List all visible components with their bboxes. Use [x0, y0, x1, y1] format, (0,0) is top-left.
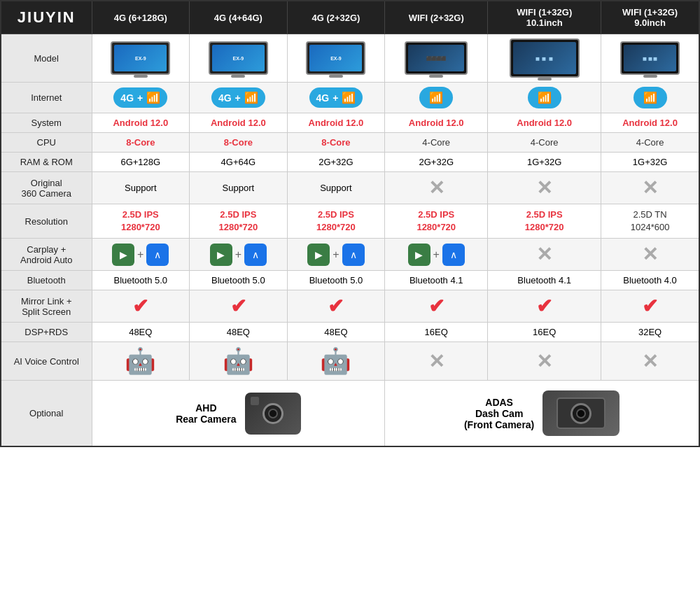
internet-col2: 4G+📶: [190, 83, 288, 113]
camera360-row: Original 360 Camera Support Support Supp…: [1, 172, 699, 204]
mirror-col2: ✔: [190, 290, 288, 323]
model-row: Model EX-9 EX-9 EX-9: [1, 34, 699, 83]
robot-icon-col2: 🤖: [223, 346, 254, 375]
bluetooth-col6: Bluetooth 4.0: [601, 271, 699, 290]
system-row: System Android 12.0 Android 12.0 Android…: [1, 113, 699, 133]
model-screen-col2: EX-9: [209, 41, 268, 75]
system-label: System: [1, 113, 92, 133]
optional-right-content: ADASDash Cam(Front Camera): [392, 388, 692, 439]
comparison-table: JIUYIN 4G (6+128G) 4G (4+64G) 4G (2+32G)…: [0, 0, 700, 447]
dsp-col2: 48EQ: [190, 323, 288, 342]
dsp-col5: 16EQ: [488, 323, 601, 342]
system-col6: Android 12.0: [601, 113, 699, 133]
model-screen-col5: ▦ ▦ ▦: [510, 38, 580, 78]
dsp-col1: 48EQ: [92, 323, 190, 342]
system-col3: Android 12.0: [287, 113, 385, 133]
model-label: Model: [1, 34, 92, 83]
bluetooth-row: Bluetooth Bluetooth 5.0 Bluetooth 5.0 Bl…: [1, 271, 699, 290]
ram-col5: 1G+32G: [488, 153, 601, 172]
internet-badge-col5: 📶: [528, 87, 561, 108]
cpu-col1: 8-Core: [92, 133, 190, 153]
cpu-col2: 8-Core: [190, 133, 288, 153]
internet-col3: 4G+📶: [287, 83, 385, 113]
carplay-col6: ✕: [601, 239, 699, 271]
ai-row: AI Voice Control 🤖 🤖 🤖 ✕ ✕ ✕: [1, 342, 699, 381]
mirror-col1: ✔: [92, 290, 190, 323]
bluetooth-col2: Bluetooth 5.0: [190, 271, 288, 290]
ram-col1: 6G+128G: [92, 153, 190, 172]
resolution-col5: 2.5D IPS1280*720: [488, 204, 601, 239]
adas-dashcam-label: ADASDash Cam(Front Camera): [464, 397, 534, 430]
camera360-col5: ✕: [488, 172, 601, 204]
optional-right: ADASDash Cam(Front Camera): [385, 381, 699, 447]
ai-col3: 🤖: [287, 342, 385, 381]
bluetooth-col1: Bluetooth 5.0: [92, 271, 190, 290]
mirror-col6: ✔: [601, 290, 699, 323]
dsp-label: DSP+RDS: [1, 323, 92, 342]
ai-col1: 🤖: [92, 342, 190, 381]
dsp-col6: 32EQ: [601, 323, 699, 342]
internet-badge-col4: 📶: [419, 87, 453, 108]
brand-logo: JIUYIN: [18, 8, 76, 26]
system-col2: Android 12.0: [190, 113, 288, 133]
resolution-label: Resolution: [1, 204, 92, 239]
ram-col2: 4G+64G: [190, 153, 288, 172]
bluetooth-col5: Bluetooth 4.1: [488, 271, 601, 290]
col3-header: 4G (2+32G): [287, 1, 385, 34]
internet-row: Internet 4G+📶 4G+📶 4G+📶 📶 📶: [1, 83, 699, 113]
system-col5: Android 12.0: [488, 113, 601, 133]
carplay-col3: ▶ + ∧: [287, 239, 385, 271]
cpu-col5: 4-Core: [488, 133, 601, 153]
internet-badge-col3: 4G+📶: [309, 87, 363, 108]
carplay-col4: ▶ + ∧: [385, 239, 488, 271]
mirror-col4: ✔: [385, 290, 488, 323]
ram-col4: 2G+32G: [385, 153, 488, 172]
model-col4: ⬛⬛⬛⬛: [385, 34, 488, 83]
mirror-label: Mirror Link + Split Screen: [1, 290, 92, 323]
ai-col5: ✕: [488, 342, 601, 381]
internet-badge-col1: 4G+📶: [113, 87, 167, 108]
optional-label: Optional: [1, 381, 92, 447]
carplay-row: Carplay + Android Auto ▶ + ∧ ▶ + ∧ ▶ +: [1, 239, 699, 271]
ram-col3: 2G+32G: [287, 153, 385, 172]
resolution-col1: 2.5D IPS1280*720: [92, 204, 190, 239]
carplay-col5: ✕: [488, 239, 601, 271]
model-col6: ▦ ▦ ▦: [601, 34, 699, 83]
dashcam-image: [542, 388, 620, 439]
dsp-col4: 16EQ: [385, 323, 488, 342]
col5-header: WIFI (1+32G) 10.1inch: [488, 1, 601, 34]
col2-header: 4G (4+64G): [190, 1, 288, 34]
model-display-col6: ▦ ▦ ▦: [604, 41, 696, 75]
camera360-col3: Support: [287, 172, 385, 204]
internet-col4: 📶: [385, 83, 488, 113]
col1-header: 4G (6+128G): [92, 1, 190, 34]
carplay-col2: ▶ + ∧: [190, 239, 288, 271]
ai-col4: ✕: [385, 342, 488, 381]
model-col2: EX-9: [190, 34, 288, 83]
brand-cell: JIUYIN: [1, 1, 92, 34]
resolution-col2: 2.5D IPS1280*720: [190, 204, 288, 239]
model-screen-col3: EX-9: [306, 41, 365, 75]
resolution-col4: 2.5D IPS1280*720: [385, 204, 488, 239]
cpu-col4: 4-Core: [385, 133, 488, 153]
bluetooth-col4: Bluetooth 4.1: [385, 271, 488, 290]
carplay-col1: ▶ + ∧: [92, 239, 190, 271]
carplay-label: Carplay + Android Auto: [1, 239, 92, 271]
col4-header: WIFI (2+32G): [385, 1, 488, 34]
resolution-row: Resolution 2.5D IPS1280*720 2.5D IPS1280…: [1, 204, 699, 239]
mirror-col3: ✔: [287, 290, 385, 323]
ai-col6: ✕: [601, 342, 699, 381]
ram-row: RAM & ROM 6G+128G 4G+64G 2G+32G 2G+32G 1…: [1, 153, 699, 172]
carplay-badge-col1: ▶ + ∧: [112, 244, 169, 266]
model-col5: ▦ ▦ ▦: [488, 34, 601, 83]
col6-header: WIFI (1+32G) 9.0inch: [601, 1, 699, 34]
internet-badge-col6: 📶: [634, 87, 667, 108]
camera360-col6: ✕: [601, 172, 699, 204]
mirror-col5: ✔: [488, 290, 601, 323]
carplay-badge-col2: ▶ + ∧: [210, 244, 267, 266]
bluetooth-label: Bluetooth: [1, 271, 92, 290]
dsp-col3: 48EQ: [287, 323, 385, 342]
camera360-col1: Support: [92, 172, 190, 204]
ahd-camera-label: AHDRear Camera: [176, 402, 236, 425]
camera360-col4: ✕: [385, 172, 488, 204]
